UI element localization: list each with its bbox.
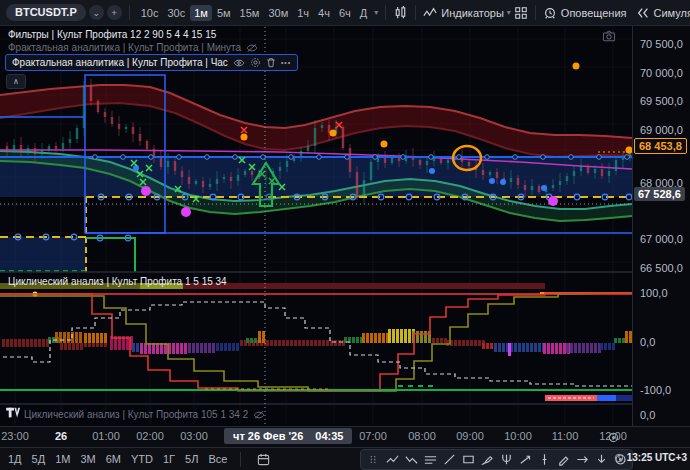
legend-cyclic-2[interactable]: Циклический анализ | Культ Профита 105 1… bbox=[24, 409, 265, 420]
time-tick: 09:00 bbox=[456, 430, 484, 442]
legend-cyclic-2-label: Циклический анализ | Культ Профита 105 1… bbox=[24, 409, 248, 420]
legend-filters-label: Фильтры | Культ Профита 12 2 90 5 4 4 15… bbox=[8, 29, 216, 40]
clock[interactable]: 13:25 UTC+3 bbox=[614, 452, 687, 463]
parallel-channel-icon[interactable] bbox=[421, 451, 439, 468]
clock-label: 13:25 UTC+3 bbox=[627, 452, 687, 463]
trend-zigzag2-icon[interactable] bbox=[402, 451, 420, 468]
time-tick: 07:00 bbox=[359, 430, 387, 442]
trading-terminal: BTCUSDT.P ⌄ + 10с30с1м5м15м30м1ч4ч6чД ▾ … bbox=[0, 0, 690, 470]
timezone-icon[interactable] bbox=[608, 432, 619, 443]
calendar-icon[interactable] bbox=[254, 451, 272, 468]
time-tick: 23:00 bbox=[1, 430, 29, 442]
legend-fractal-hour[interactable]: Фрактальная аналитика | Культ Профита | … bbox=[5, 54, 298, 71]
more-options-icon[interactable]: ••• bbox=[281, 59, 291, 66]
pitchfork-icon[interactable] bbox=[497, 451, 515, 468]
range-Все[interactable]: Все bbox=[208, 453, 227, 465]
price-tick: 70 000,0 bbox=[640, 67, 683, 79]
osc-tick: 100,0 bbox=[640, 287, 668, 299]
range-3М[interactable]: 3М bbox=[80, 453, 95, 465]
drag-handle[interactable] bbox=[364, 451, 382, 468]
time-tick: 26 bbox=[55, 430, 67, 442]
vertical-line-icon[interactable] bbox=[535, 451, 553, 468]
trash-icon[interactable] bbox=[266, 57, 276, 68]
settings-icon[interactable] bbox=[250, 57, 261, 68]
time-tick: 08:00 bbox=[408, 430, 436, 442]
price-tick: 67 000,0 bbox=[640, 233, 683, 245]
eye-icon[interactable] bbox=[233, 58, 245, 68]
horizontal-ray-icon[interactable] bbox=[573, 451, 591, 468]
legend-fractal-hour-label: Фрактальная аналитика | Культ Профита | … bbox=[12, 57, 228, 68]
range-5Л[interactable]: 5Л bbox=[185, 453, 198, 465]
legend-cyclic-1[interactable]: Циклический анализ | Культ Профита 1 5 1… bbox=[8, 276, 227, 287]
range-1Г[interactable]: 1Г bbox=[163, 453, 175, 465]
red-envelope-ribbon bbox=[0, 85, 632, 157]
replay-button[interactable]: Симулятор рынка bbox=[636, 6, 690, 20]
green-bottom-line bbox=[0, 386, 632, 390]
divider bbox=[240, 452, 241, 467]
crosshair-time-label: чт 26 Фев '26 04:35 bbox=[224, 428, 352, 444]
rectangle-icon[interactable] bbox=[459, 451, 477, 468]
eye-off-icon[interactable] bbox=[253, 410, 265, 420]
time-tick: 10:00 bbox=[504, 430, 532, 442]
osc-sub-tick: 0,0 bbox=[640, 409, 655, 421]
crosshair-date: чт 26 Фев '26 bbox=[233, 430, 303, 442]
arrow-down-icon[interactable] bbox=[592, 451, 610, 468]
time-axis[interactable]: 12:0011:0010:0009:0008:0007:0006:0003:00… bbox=[0, 426, 690, 447]
signal-strip bbox=[545, 395, 632, 401]
favorites-drawing-toolbar[interactable] bbox=[360, 449, 633, 470]
time-tick: 11:00 bbox=[552, 430, 579, 442]
legend-cyclic-1-label: Циклический анализ | Культ Профита 1 5 1… bbox=[8, 276, 227, 287]
camera-icon[interactable] bbox=[602, 30, 616, 42]
osc-tick: 0,0 bbox=[640, 336, 655, 348]
range-YTD[interactable]: YTD bbox=[131, 453, 153, 465]
pencil-icon[interactable] bbox=[554, 451, 572, 468]
range-group: 1Д5Д1М3М6МYTD1Г5ЛВсе bbox=[8, 453, 227, 465]
price-axis[interactable]: 70 500,070 000,069 500,069 000,068 000,0… bbox=[632, 26, 690, 426]
osc-tick: -100,0 bbox=[640, 384, 671, 396]
range-1М[interactable]: 1М bbox=[55, 453, 70, 465]
crosshair-price-label: 67 528,6 bbox=[634, 187, 685, 201]
legend-fractal-minute-label: Фрактальная аналитика | Культ Профита | … bbox=[8, 42, 241, 53]
legend-filters[interactable]: Фильтры | Культ Профита 12 2 90 5 4 4 15… bbox=[8, 29, 216, 40]
range-6М[interactable]: 6М bbox=[106, 453, 121, 465]
legend-collapse-button[interactable]: ∧ bbox=[6, 74, 26, 89]
time-tick: 01:00 bbox=[92, 430, 120, 442]
time-tick: 02:00 bbox=[136, 430, 164, 442]
price-tick: 66 500,0 bbox=[640, 262, 683, 274]
price-tick: 69 000,0 bbox=[640, 124, 683, 136]
eye-off-icon[interactable] bbox=[246, 43, 258, 53]
trend-zigzag-icon[interactable] bbox=[383, 451, 401, 468]
tradingview-logo[interactable] bbox=[6, 406, 22, 420]
price-tick: 70 500,0 bbox=[640, 38, 683, 50]
range-5Д[interactable]: 5Д bbox=[32, 453, 46, 465]
crosshair-time: 04:35 bbox=[315, 430, 343, 442]
time-tick: 03:00 bbox=[180, 430, 208, 442]
range-1Д[interactable]: 1Д bbox=[8, 453, 22, 465]
oscillator-histogram bbox=[2, 329, 632, 356]
ray-icon[interactable] bbox=[516, 451, 534, 468]
brush-icon[interactable] bbox=[478, 451, 496, 468]
price-tick: 69 500,0 bbox=[640, 95, 683, 107]
legend-fractal-minute[interactable]: Фрактальная аналитика | Культ Профита | … bbox=[8, 42, 258, 53]
trend-line-icon[interactable] bbox=[440, 451, 458, 468]
last-price-label: 68 453,8 bbox=[634, 138, 687, 154]
